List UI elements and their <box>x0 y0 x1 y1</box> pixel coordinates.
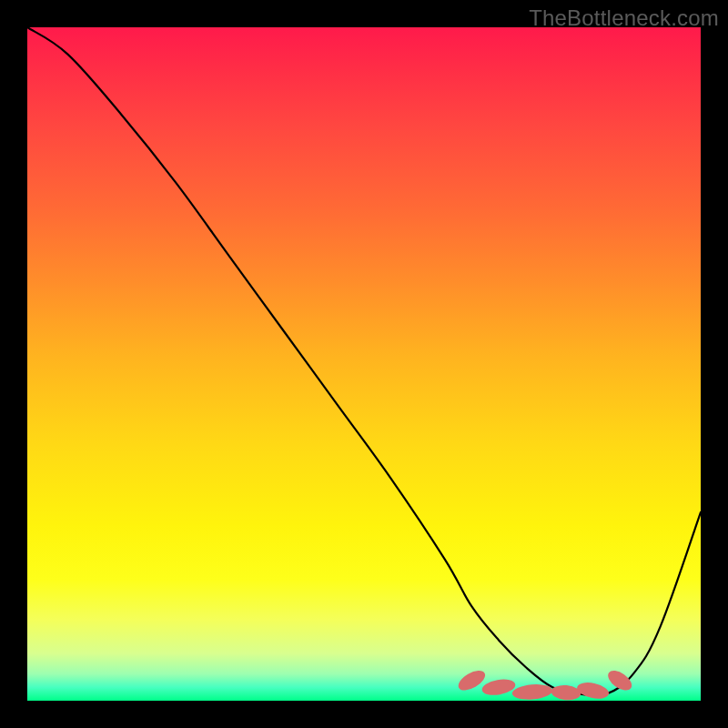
trough-marker <box>511 682 553 701</box>
curve-svg <box>27 27 701 701</box>
chart-frame: TheBottleneck.com <box>0 0 728 728</box>
plot-area <box>27 27 701 701</box>
trough-marker <box>551 684 581 702</box>
trough-marker <box>576 680 611 701</box>
watermark-text: TheBottleneck.com <box>529 5 719 31</box>
trough-marker <box>480 677 516 697</box>
bottleneck-curve <box>27 27 701 696</box>
trough-marker <box>604 667 635 694</box>
